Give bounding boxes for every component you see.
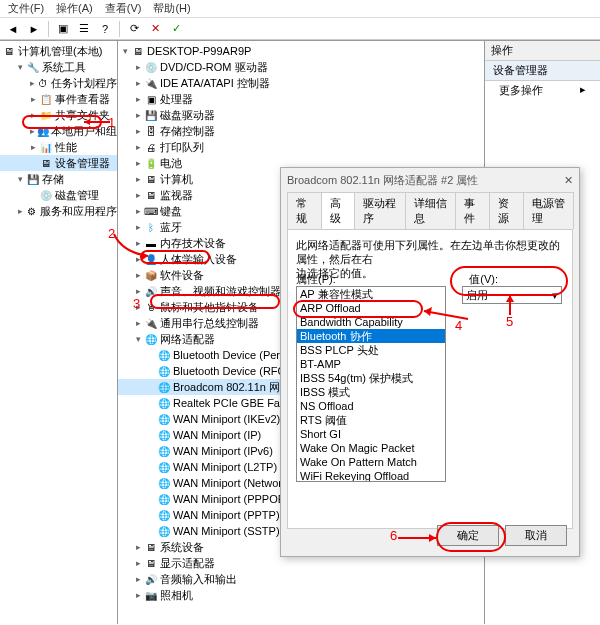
value-label: 值(V): bbox=[469, 272, 498, 287]
value-combobox[interactable]: 启用▾ bbox=[462, 286, 562, 304]
tab-body: 此网络适配器可使用下列属性。在左边单击你想更改的属性，然后在右边选择它的值。 属… bbox=[287, 229, 573, 529]
ok-button[interactable]: 确定 bbox=[437, 525, 499, 546]
dropdown-icon: ▾ bbox=[552, 289, 558, 302]
tab-driver[interactable]: 驱动程序 bbox=[354, 192, 405, 229]
left-tree-pane: 🖥计算机管理(本地) ▾🔧系统工具 ▸⏱任务计划程序 ▸📋事件查看器 ▸📁共享文… bbox=[0, 41, 118, 624]
tab-general[interactable]: 常规 bbox=[287, 192, 322, 229]
menu-file[interactable]: 文件(F) bbox=[8, 1, 44, 16]
tree-root-computer-mgmt[interactable]: 🖥计算机管理(本地) bbox=[0, 43, 117, 59]
tree-device-manager[interactable]: ▸🖥设备管理器 bbox=[0, 155, 117, 171]
tab-advanced[interactable]: 高级 bbox=[321, 192, 356, 229]
tree-storage[interactable]: ▾💾存储 bbox=[0, 171, 117, 187]
property-item[interactable]: ARP Offload bbox=[297, 301, 445, 315]
tree-shared-folders[interactable]: ▸📁共享文件夹 bbox=[0, 107, 117, 123]
remove-icon[interactable]: ✕ bbox=[146, 20, 164, 38]
tab-power[interactable]: 电源管理 bbox=[523, 192, 574, 229]
forward-icon[interactable]: ► bbox=[25, 20, 43, 38]
property-item[interactable]: Wake On Magic Packet bbox=[297, 441, 445, 455]
actions-header: 操作 bbox=[485, 41, 600, 61]
tree-disk-mgmt[interactable]: ▸💿磁盘管理 bbox=[0, 187, 117, 203]
property-item[interactable]: Wake On Pattern Match bbox=[297, 455, 445, 469]
property-label: 属性(P): bbox=[296, 272, 336, 287]
property-listbox[interactable]: AP 兼容性模式ARP OffloadBandwidth CapabilityB… bbox=[296, 286, 446, 482]
property-item[interactable]: Bandwidth Capability bbox=[297, 315, 445, 329]
dev-camera[interactable]: ▸📷照相机 bbox=[118, 587, 484, 603]
tab-resources[interactable]: 资源 bbox=[489, 192, 524, 229]
tree-services-apps[interactable]: ▸⚙服务和应用程序 bbox=[0, 203, 117, 219]
dialog-tabs: 常规 高级 驱动程序 详细信息 事件 资源 电源管理 bbox=[281, 192, 579, 229]
cancel-button[interactable]: 取消 bbox=[505, 525, 567, 546]
property-item[interactable]: AP 兼容性模式 bbox=[297, 287, 445, 301]
property-item[interactable]: IBSS 模式 bbox=[297, 385, 445, 399]
dev-dvd[interactable]: ▸💿DVD/CD-ROM 驱动器 bbox=[118, 59, 484, 75]
close-icon[interactable]: ✕ bbox=[564, 174, 573, 187]
property-item[interactable]: RTS 阈值 bbox=[297, 413, 445, 427]
menu-view[interactable]: 查看(V) bbox=[105, 1, 142, 16]
tree-local-users[interactable]: ▸👥本地用户和组 bbox=[0, 123, 117, 139]
property-item[interactable]: BSS PLCP 头处 bbox=[297, 343, 445, 357]
enable-icon[interactable]: ✓ bbox=[167, 20, 185, 38]
tab-details[interactable]: 详细信息 bbox=[405, 192, 456, 229]
dialog-title: Broadcom 802.11n 网络适配器 #2 属性 bbox=[287, 173, 478, 188]
dev-cpu[interactable]: ▸▣处理器 bbox=[118, 91, 484, 107]
dialog-desc: 此网络适配器可使用下列属性。在左边单击你想更改的属性，然后在右边选择它的值。 bbox=[296, 238, 564, 280]
property-item[interactable]: Short GI bbox=[297, 427, 445, 441]
back-icon[interactable]: ◄ bbox=[4, 20, 22, 38]
dev-disk[interactable]: ▸💾磁盘驱动器 bbox=[118, 107, 484, 123]
scan-icon[interactable]: ⟳ bbox=[125, 20, 143, 38]
list-icon[interactable]: ☰ bbox=[75, 20, 93, 38]
dev-display[interactable]: ▸🖥显示适配器 bbox=[118, 555, 484, 571]
help-icon[interactable]: ? bbox=[96, 20, 114, 38]
properties-dialog: Broadcom 802.11n 网络适配器 #2 属性 ✕ 常规 高级 驱动程… bbox=[280, 167, 580, 557]
property-item[interactable]: IBSS 54g(tm) 保护模式 bbox=[297, 371, 445, 385]
property-item[interactable]: Bluetooth 协作 bbox=[297, 329, 445, 343]
up-icon[interactable]: ▣ bbox=[54, 20, 72, 38]
tree-task-scheduler[interactable]: ▸⏱任务计划程序 bbox=[0, 75, 117, 91]
dev-storage-ctrl[interactable]: ▸🗄存储控制器 bbox=[118, 123, 484, 139]
actions-section-title: 设备管理器 bbox=[485, 61, 600, 81]
tree-system-tools[interactable]: ▾🔧系统工具 bbox=[0, 59, 117, 75]
property-item[interactable]: BT-AMP bbox=[297, 357, 445, 371]
tree-performance[interactable]: ▸📊性能 bbox=[0, 139, 117, 155]
menubar: 文件(F) 操作(A) 查看(V) 帮助(H) bbox=[0, 0, 600, 18]
menu-help[interactable]: 帮助(H) bbox=[153, 1, 190, 16]
toolbar: ◄ ► ▣ ☰ ? ⟳ ✕ ✓ bbox=[0, 18, 600, 40]
menu-action[interactable]: 操作(A) bbox=[56, 1, 93, 16]
tree-event-viewer[interactable]: ▸📋事件查看器 bbox=[0, 91, 117, 107]
actions-more[interactable]: 更多操作▸ bbox=[485, 81, 600, 100]
dev-root[interactable]: ▾🖥DESKTOP-P99AR9P bbox=[118, 43, 484, 59]
tab-events[interactable]: 事件 bbox=[455, 192, 490, 229]
dialog-titlebar: Broadcom 802.11n 网络适配器 #2 属性 ✕ bbox=[281, 168, 579, 192]
dev-ide[interactable]: ▸🔌IDE ATA/ATAPI 控制器 bbox=[118, 75, 484, 91]
dev-audio-io[interactable]: ▸🔊音频输入和输出 bbox=[118, 571, 484, 587]
property-item[interactable]: WiFi Rekeying Offload bbox=[297, 469, 445, 482]
property-item[interactable]: NS Offload bbox=[297, 399, 445, 413]
dev-print[interactable]: ▸🖨打印队列 bbox=[118, 139, 484, 155]
